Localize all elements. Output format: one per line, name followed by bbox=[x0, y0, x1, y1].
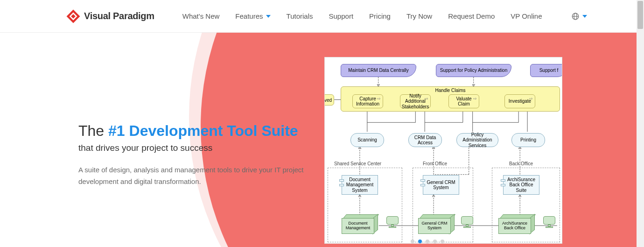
diagram-group-title: Handle Claims bbox=[341, 88, 560, 93]
nav-support[interactable]: Support bbox=[329, 12, 354, 20]
nav-tutorials[interactable]: Tutorials bbox=[287, 12, 313, 20]
logo[interactable]: Visual Paradigm bbox=[65, 8, 154, 24]
hero-description: A suite of design, analysis and manageme… bbox=[78, 164, 312, 188]
carousel-dot[interactable] bbox=[433, 240, 437, 243]
header: Visual Paradigm What's New Features Tuto… bbox=[0, 0, 637, 33]
nav-request-demo[interactable]: Request Demo bbox=[448, 12, 495, 20]
diagram-node: Document Management bbox=[342, 214, 378, 234]
diagram-component: ArchiSurance Back Office Suite bbox=[503, 175, 539, 195]
carousel-dot[interactable] bbox=[411, 240, 414, 243]
carousel-dots bbox=[411, 240, 444, 243]
diagram-service: Policy Administration Services bbox=[456, 133, 498, 147]
diagram-group-label: Front Office bbox=[423, 161, 447, 166]
diagram-task: Investigate⇨ bbox=[504, 94, 535, 108]
diagram-task: Valuate Claim⇨ bbox=[448, 94, 479, 108]
diagram-task-ved: ved bbox=[324, 94, 334, 106]
diagram-group-claims: Handle Claims Capture Information⇨ Notif… bbox=[341, 86, 560, 112]
diagram-goal: Support for Policy Administration bbox=[436, 64, 511, 77]
diagram-task: Capture Information⇨ bbox=[352, 94, 383, 108]
monitor-icon bbox=[385, 216, 399, 229]
diagram-component: General CRM System bbox=[423, 175, 459, 195]
scrollbar-thumb[interactable] bbox=[637, 1, 643, 29]
carousel-dot[interactable] bbox=[441, 240, 444, 243]
diagram-service: Printing bbox=[511, 133, 545, 147]
hero-title-prefix: The bbox=[78, 122, 108, 139]
language-switch[interactable] bbox=[571, 12, 587, 21]
diagram-group-label: Back Office bbox=[509, 161, 533, 166]
hero-title-accent: #1 Development Tool Suite bbox=[108, 122, 298, 139]
diagram-goal: Maintain CRM Data Centrally bbox=[341, 64, 416, 77]
logo-icon bbox=[65, 8, 81, 24]
nav-pricing[interactable]: Pricing bbox=[369, 12, 391, 20]
nav-features-label: Features bbox=[235, 12, 263, 20]
diagram-task: Notify Additional Stakeholders⇨ bbox=[400, 94, 431, 108]
nav-try-now[interactable]: Try Now bbox=[406, 12, 432, 20]
top-nav: What's New Features Tutorials Support Pr… bbox=[182, 12, 587, 21]
nav-vp-online[interactable]: VP Online bbox=[511, 12, 542, 20]
logo-text: Visual Paradigm bbox=[84, 11, 154, 21]
diagram-goal: Support f bbox=[530, 64, 562, 77]
nav-features[interactable]: Features bbox=[235, 12, 270, 20]
diagram-node: General CRM System bbox=[418, 214, 455, 234]
hero-section: The #1 Development Tool Suite that drive… bbox=[0, 33, 637, 247]
monitor-icon bbox=[460, 216, 474, 229]
hero-title: The #1 Development Tool Suite bbox=[78, 121, 321, 140]
diagram-group-label: Shared Service Center bbox=[334, 161, 381, 166]
carousel-dot[interactable] bbox=[418, 240, 422, 243]
hero-text: The #1 Development Tool Suite that drive… bbox=[78, 121, 321, 188]
globe-icon bbox=[571, 12, 580, 21]
nav-whats-new[interactable]: What's New bbox=[182, 12, 220, 20]
diagram-service: Scanning bbox=[350, 133, 384, 147]
monitor-icon bbox=[542, 216, 556, 229]
hero-diagram: Maintain CRM Data Centrally Support for … bbox=[324, 57, 562, 244]
chevron-down-icon bbox=[266, 15, 271, 18]
carousel-dot[interactable] bbox=[426, 240, 429, 243]
hero-subtitle: that drives your project to success bbox=[78, 143, 321, 153]
diagram-component: Document Management System bbox=[342, 175, 378, 195]
diagram-node: ArchiSurance Back Office bbox=[498, 214, 535, 234]
chevron-down-icon bbox=[582, 15, 587, 18]
diagram-service: CRM Data Access bbox=[408, 133, 442, 147]
scrollbar[interactable] bbox=[637, 0, 644, 247]
